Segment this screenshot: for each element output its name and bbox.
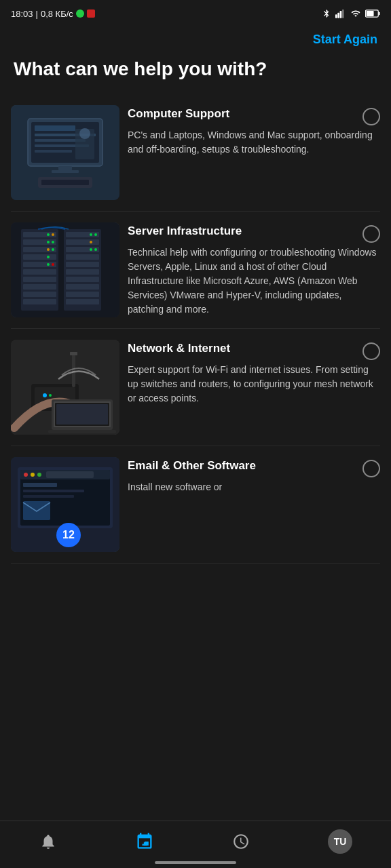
svg-point-56 [90, 248, 92, 251]
svg-point-57 [94, 248, 97, 251]
data-speed: 0,8 КБ/с [41, 9, 73, 19]
option-header-computer: Computer Support [128, 106, 380, 125]
option-title-server: Server Infrastructure [128, 224, 357, 239]
option-title-computer: Computer Support [128, 106, 357, 121]
option-description-email: Install new software or [128, 480, 380, 494]
svg-point-54 [94, 233, 97, 236]
svg-rect-32 [23, 299, 56, 304]
home-indicator [155, 861, 236, 864]
nav-item-history[interactable] [223, 829, 259, 854]
svg-rect-49 [66, 277, 99, 282]
network-indicator-icon [76, 9, 84, 18]
option-content-email: Email & Other Software Install new softw… [128, 457, 380, 494]
option-radio-network[interactable] [362, 342, 380, 360]
option-radio-computer[interactable] [362, 108, 380, 125]
svg-rect-51 [66, 292, 99, 297]
option-title-network: Network & Internet [128, 341, 357, 356]
svg-point-37 [47, 248, 50, 251]
nav-item-profile[interactable]: TU [320, 827, 360, 856]
svg-rect-10 [35, 125, 75, 131]
option-content-server: Server Infrastructure Technical help wit… [128, 222, 380, 317]
svg-rect-52 [66, 299, 99, 304]
svg-rect-29 [23, 277, 56, 282]
svg-rect-62 [70, 352, 77, 355]
status-right [322, 9, 380, 18]
svg-point-55 [90, 241, 92, 243]
signal-icon [335, 9, 346, 18]
svg-point-36 [52, 241, 54, 243]
svg-rect-0 [335, 14, 337, 18]
svg-rect-27 [23, 262, 56, 267]
user-avatar: TU [328, 829, 352, 854]
option-description-server: Technical help with configuring or troub… [128, 245, 380, 317]
svg-rect-14 [35, 150, 72, 153]
svg-point-76 [37, 473, 41, 477]
svg-rect-25 [23, 247, 56, 252]
option-image-computer [11, 105, 119, 200]
option-header-email: Email & Other Software [128, 458, 380, 477]
recording-indicator-icon [87, 9, 95, 18]
svg-rect-17 [58, 166, 72, 170]
option-description-network: Expert support for Wi-Fi and internet is… [128, 363, 380, 406]
start-again-button[interactable]: Start Again [313, 33, 377, 47]
page-title: What can we help you with? [0, 50, 391, 94]
option-network-internet[interactable]: Network & Internet Expert support for Wi… [11, 329, 380, 446]
svg-rect-24 [23, 239, 56, 245]
svg-point-53 [90, 233, 92, 236]
option-computer-support[interactable]: Computer Support PC's and Laptops, Windo… [11, 94, 380, 212]
wifi-icon [350, 9, 361, 18]
header: Start Again [0, 27, 391, 50]
battery-indicator [365, 9, 380, 18]
svg-point-33 [47, 233, 50, 236]
status-left: 18:03 | 0,8 КБ/с [11, 9, 95, 19]
svg-rect-77 [46, 471, 94, 478]
svg-rect-67 [48, 430, 116, 433]
svg-rect-31 [23, 292, 56, 297]
svg-rect-2 [340, 11, 342, 18]
svg-rect-85 [143, 844, 147, 845]
option-image-network [11, 340, 119, 435]
svg-point-39 [47, 256, 50, 258]
option-radio-server[interactable] [362, 225, 380, 243]
option-email-software[interactable]: 12 Email & Other Software Install new so… [11, 446, 380, 564]
svg-rect-26 [23, 254, 56, 260]
nav-item-calendar[interactable] [127, 829, 162, 854]
option-server-infrastructure[interactable]: Server Infrastructure Technical help wit… [11, 212, 380, 329]
svg-point-34 [52, 233, 54, 236]
option-image-server [11, 222, 119, 317]
bell-icon [39, 832, 58, 851]
svg-rect-45 [66, 247, 99, 252]
option-radio-email[interactable] [362, 460, 380, 477]
svg-rect-20 [41, 180, 89, 185]
svg-rect-83 [23, 501, 50, 520]
svg-rect-5 [367, 11, 374, 16]
svg-rect-43 [66, 232, 99, 237]
option-title-email: Email & Other Software [128, 458, 357, 473]
svg-rect-1 [337, 13, 339, 18]
option-image-email: 12 [11, 457, 119, 552]
option-header-server: Server Infrastructure [128, 224, 380, 243]
svg-rect-44 [66, 239, 99, 245]
svg-rect-18 [52, 170, 79, 173]
svg-point-38 [52, 248, 54, 251]
svg-text:12: 12 [62, 529, 75, 540]
svg-rect-48 [66, 269, 99, 275]
svg-rect-78 [23, 483, 57, 487]
time: 18:03 [11, 9, 33, 19]
svg-rect-80 [23, 495, 74, 498]
svg-rect-3 [342, 9, 344, 18]
svg-rect-46 [66, 254, 99, 260]
svg-point-68 [43, 393, 47, 397]
nav-item-notifications[interactable] [31, 829, 66, 854]
calendar-plus-icon [135, 832, 154, 851]
clock-icon [231, 832, 250, 851]
svg-rect-50 [66, 284, 99, 290]
svg-point-69 [49, 394, 52, 397]
svg-point-74 [24, 473, 28, 477]
option-description-computer: PC's and Laptops, Windows and Mac suppor… [128, 128, 380, 157]
svg-rect-47 [66, 262, 99, 267]
svg-point-16 [79, 128, 90, 139]
options-list: Computer Support PC's and Laptops, Windo… [0, 94, 391, 564]
svg-point-41 [52, 263, 54, 266]
options-container: Computer Support PC's and Laptops, Windo… [0, 94, 391, 618]
